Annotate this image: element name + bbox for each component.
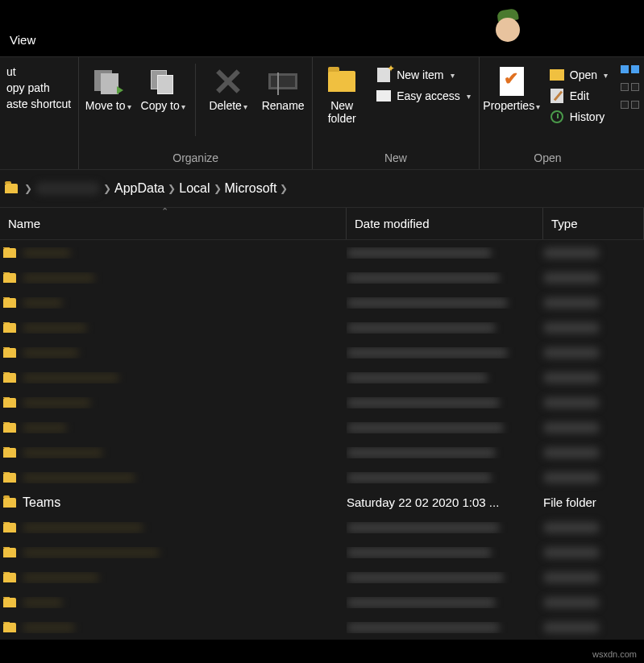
group-label-organize: Organize xyxy=(82,151,309,168)
folder-icon xyxy=(3,348,16,358)
new-item-icon xyxy=(377,68,390,82)
layout-tiles-button[interactable] xyxy=(621,83,639,91)
rename-button[interactable]: Rename xyxy=(257,64,309,115)
list-item[interactable] xyxy=(0,315,644,340)
folder-icon xyxy=(3,623,16,632)
folder-icon xyxy=(3,248,16,258)
copy-to-icon xyxy=(149,68,177,94)
chevron-down-icon: ▾ xyxy=(127,102,131,111)
folder-icon xyxy=(3,598,16,607)
folder-icon xyxy=(5,184,18,193)
address-bar[interactable]: ❯ ❯ AppData ❯ Local ❯ Microsoft ❯ xyxy=(0,169,644,208)
folder-icon xyxy=(3,398,16,408)
folder-icon xyxy=(3,498,16,508)
folder-icon xyxy=(3,548,16,557)
new-item-button[interactable]: New item▾ xyxy=(376,65,471,85)
ribbon-group-organize: Move to▾ Copy to▾ Delete▾ Rename Organiz… xyxy=(79,57,313,169)
chevron-down-icon: ▾ xyxy=(451,71,455,80)
chevron-down-icon: ▾ xyxy=(243,102,247,111)
folder-icon xyxy=(3,423,16,433)
view-tiles xyxy=(616,57,644,169)
list-item-teams[interactable]: Teams Saturday 22 02 2020 1:03 ... File … xyxy=(0,490,644,515)
properties-button[interactable]: Properties▾ xyxy=(483,64,541,115)
easy-access-icon xyxy=(376,90,391,102)
list-item[interactable] xyxy=(0,515,644,540)
column-headers: Name ⌃ Date modified Type xyxy=(0,208,644,240)
folder-icon xyxy=(328,71,355,92)
tab-view[interactable]: View xyxy=(3,30,42,50)
chevron-right-icon[interactable]: ❯ xyxy=(214,183,222,194)
breadcrumb-item-microsoft[interactable]: Microsoft xyxy=(225,181,277,196)
group-label-new: New xyxy=(316,151,476,168)
file-name: Teams xyxy=(23,495,60,510)
cut-button[interactable]: ut xyxy=(6,65,72,78)
folder-icon xyxy=(3,523,16,532)
file-date: Saturday 22 02 2020 1:03 ... xyxy=(347,495,543,509)
chevron-down-icon: ▾ xyxy=(604,71,608,80)
rename-icon xyxy=(268,73,297,89)
list-item[interactable] xyxy=(0,540,644,565)
layout-tiles-button[interactable] xyxy=(621,101,639,109)
list-item[interactable] xyxy=(0,240,644,265)
file-list: Teams Saturday 22 02 2020 1:03 ... File … xyxy=(0,240,644,640)
list-item[interactable] xyxy=(0,465,644,490)
breadcrumb-item-local[interactable]: Local xyxy=(179,181,210,196)
ribbon: ut opy path aste shortcut Move to▾ Copy … xyxy=(0,56,644,169)
layout-tiles-button[interactable] xyxy=(621,65,639,73)
folder-icon xyxy=(3,373,16,383)
file-type: File folder xyxy=(543,495,644,509)
edit-icon xyxy=(551,89,563,103)
open-icon xyxy=(550,69,564,81)
folder-icon xyxy=(3,323,16,333)
delete-icon xyxy=(215,68,241,94)
chevron-right-icon[interactable]: ❯ xyxy=(103,183,111,194)
column-header-date[interactable]: Date modified xyxy=(347,208,543,239)
folder-icon xyxy=(3,273,16,283)
list-item[interactable] xyxy=(0,565,644,590)
column-header-name[interactable]: Name ⌃ xyxy=(0,208,347,239)
chevron-right-icon[interactable]: ❯ xyxy=(24,183,32,194)
chevron-right-icon[interactable]: ❯ xyxy=(168,183,176,194)
list-item[interactable] xyxy=(0,615,644,640)
folder-icon xyxy=(3,473,16,483)
edit-button[interactable]: Edit xyxy=(549,86,608,106)
copy-path-button[interactable]: opy path xyxy=(6,81,72,94)
list-item[interactable] xyxy=(0,340,644,365)
history-button[interactable]: History xyxy=(549,107,608,126)
chevron-down-icon: ▾ xyxy=(181,102,185,111)
delete-button[interactable]: Delete▾ xyxy=(202,64,254,115)
move-to-icon xyxy=(94,68,122,94)
breadcrumb-item-appdata[interactable]: AppData xyxy=(114,181,164,196)
mascot-icon xyxy=(492,6,525,42)
column-header-type[interactable]: Type xyxy=(543,208,644,239)
list-item[interactable] xyxy=(0,390,644,415)
move-to-button[interactable]: Move to▾ xyxy=(82,64,134,115)
list-item[interactable] xyxy=(0,415,644,440)
chevron-down-icon: ▾ xyxy=(467,92,471,101)
folder-icon xyxy=(3,298,16,308)
properties-icon xyxy=(500,67,524,96)
breadcrumb-item-hidden[interactable] xyxy=(35,182,100,195)
paste-shortcut-button[interactable]: aste shortcut xyxy=(6,97,72,110)
title-bar: View xyxy=(0,0,644,56)
chevron-right-icon[interactable]: ❯ xyxy=(280,183,288,194)
ribbon-group-new: New folder New item▾ Easy access▾ New xyxy=(313,57,480,169)
group-label-open: Open xyxy=(483,151,613,168)
watermark: wsxdn.com xyxy=(590,648,639,660)
open-button[interactable]: Open▾ xyxy=(549,65,608,85)
list-item[interactable] xyxy=(0,290,644,315)
list-item[interactable] xyxy=(0,265,644,290)
list-item[interactable] xyxy=(0,365,644,390)
folder-icon xyxy=(3,573,16,582)
copy-to-button[interactable]: Copy to▾ xyxy=(137,64,189,115)
folder-icon xyxy=(3,448,16,458)
sort-indicator-icon: ⌃ xyxy=(161,206,168,217)
history-icon xyxy=(551,110,563,123)
list-item[interactable] xyxy=(0,590,644,615)
list-item[interactable] xyxy=(0,440,644,465)
new-folder-button[interactable]: New folder xyxy=(316,64,368,128)
ribbon-group-open: Properties▾ Open▾ Edit History Open xyxy=(480,57,616,169)
chevron-down-icon: ▾ xyxy=(536,102,540,111)
easy-access-button[interactable]: Easy access▾ xyxy=(376,86,471,106)
